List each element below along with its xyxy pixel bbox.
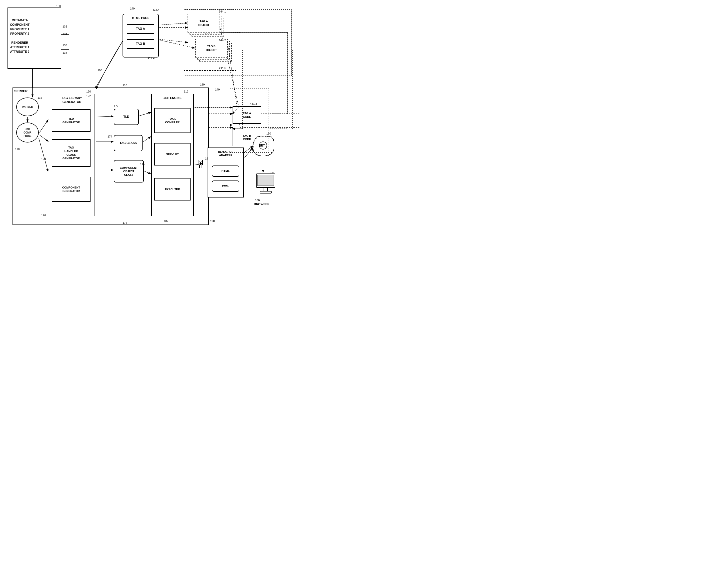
ref-112: 112 [184,90,188,93]
ref-120: 120 [86,90,91,93]
svg-rect-33 [258,175,274,186]
servlet-label: SERVLET [166,152,179,156]
component-gen-label: COMPONENTGENERATOR [62,186,80,193]
tag-b-inner: TAG B [127,39,154,49]
ref-110: 110 [123,84,127,87]
dashed-outer-rect [184,9,236,71]
ref-164: 164 [270,171,275,174]
executer-label: EXECUTER [165,188,180,191]
page-compiler-label: PAGECOMPILER [165,117,180,124]
parser-circle: PARSER [16,97,39,116]
svg-rect-28 [200,165,202,168]
metadata-box: METADATA COMPONENT PROPERTY 1 PROPERTY 2… [7,7,61,69]
renderer-adapter-label: RENDERERADAPTER [218,150,234,157]
ref-116: 116 [38,96,42,99]
ref-124: 124 [41,157,46,160]
svg-line-26 [95,41,123,89]
jsf-comp-label: JSFCOMP.PROC. [23,128,31,138]
ref-140: 140 [130,7,135,10]
metadata-label: METADATA COMPONENT PROPERTY 1 PROPERTY 2… [10,18,29,59]
ref-142-2: 142-2 [147,56,154,59]
html-renderer-label: HTML [221,169,229,173]
diagram: METADATA COMPONENT PROPERTY 1 PROPERTY 2… [0,0,300,235]
ref-174: 174 [108,135,112,138]
component-gen-box: COMPONENTGENERATOR [52,177,90,202]
tag-lib-gen-label: TAG LIBRARYGENERATOR [62,96,82,104]
servlet-box: SERVLET [154,143,191,165]
browser-label: BROWSER [254,203,270,206]
ref-136: 136 [63,44,67,47]
tag-a-code-label: TAG ACODE [243,112,251,119]
ref-118: 118 [15,147,19,150]
tag-handler-box: TAGHANDLERCLASSGENERATOR [52,139,90,167]
tag-a-code-box: TAG ACODE [233,106,261,124]
tld-gen-label: TLDGENERATOR [63,117,80,124]
svg-line-19 [155,39,188,43]
tag-class-label: TAG CLASS [120,141,137,145]
plug-connector [198,160,204,169]
jsp-engine-label: JSP ENGINE [163,96,182,100]
tld-label: TLD [123,115,129,119]
ref-134: 134 [63,32,67,35]
ref-180: 180 [200,83,205,86]
renderer-adapter-box: RENDERERADAPTER HTML WML [208,147,244,198]
tag-b-code-label: TAG BCODE [243,134,251,141]
ref-176: 176 [123,221,127,224]
html-page-box: HTML PAGE TAG A TAG B [123,14,159,58]
ref-172: 172 [114,104,118,108]
html-page-label: HTML PAGE [132,16,149,20]
ref-144-1b: 144-1 [250,102,257,105]
ref-130: 130 [56,4,61,7]
browser-computer [255,172,280,198]
svg-point-30 [201,162,202,163]
executer-box: EXECUTER [154,178,191,201]
ref-190: 190 [210,219,214,222]
wml-renderer-box: WML [212,181,239,192]
ref-100: 100 [97,69,102,72]
tag-class-box: TAG CLASS [114,135,142,151]
jsf-comp-circle: JSFCOMP.PROC. [16,123,39,143]
ref-138: 138 [63,51,67,54]
jsp-engine-box: JSP ENGINE PAGECOMPILER SERVLET EXECUTER [151,94,194,216]
tld-box: TLD [114,109,139,125]
wml-renderer-label: WML [222,184,229,188]
component-obj-label: COMPONENTOBJECTCLASS [120,166,138,177]
server-label: SERVER [14,89,27,93]
net-label: NET [259,144,265,147]
ref-132: 132 [63,25,67,28]
ref-150: 150 [266,132,271,135]
browser-svg [255,172,280,198]
plug-svg [198,160,204,169]
ref-122: 122 [86,94,91,97]
tag-lib-gen-box: TAG LIBRARYGENERATOR TLDGENERATOR TAGHAN… [49,94,95,216]
ref-142-1: 142-1 [152,9,159,12]
ref-182: 182 [164,219,168,222]
svg-point-29 [199,162,201,163]
ref-160: 160 [255,199,260,202]
ref-126: 126 [41,214,46,217]
tld-gen-box: TLDGENERATOR [52,109,90,132]
tag-a-inner: TAG A [127,24,154,34]
svg-rect-35 [260,191,271,193]
ref-140p: 140' [215,88,220,91]
ref-114: 114 [140,162,144,165]
html-renderer-box: HTML [212,165,239,177]
component-obj-box: COMPONENTOBJECTCLASS [114,160,144,183]
svg-line-50 [159,23,187,25]
page-compiler-box: PAGECOMPILER [154,108,191,133]
tag-handler-label: TAGHANDLERCLASSGENERATOR [63,146,80,160]
parser-label: PARSER [22,105,33,109]
svg-rect-34 [264,188,268,191]
